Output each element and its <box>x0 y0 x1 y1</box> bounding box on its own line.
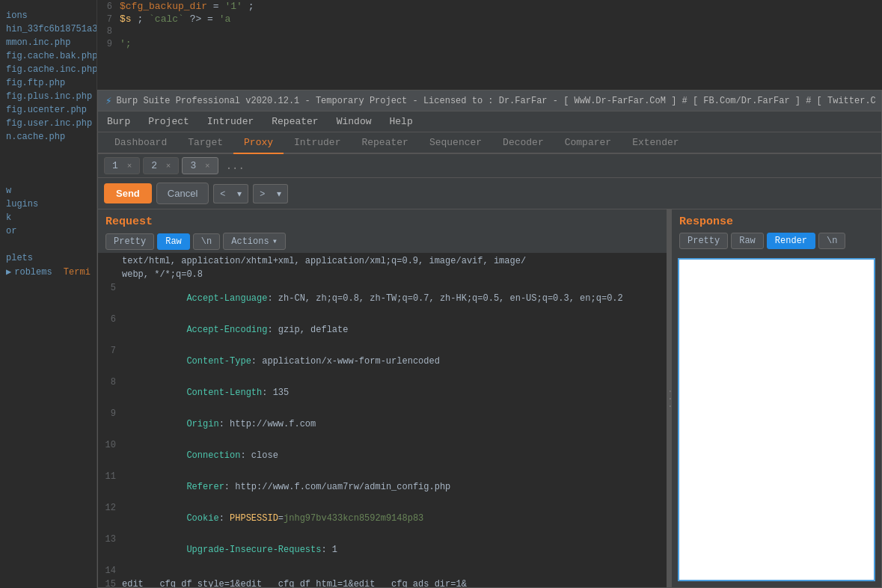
tab-decoder[interactable]: Decoder <box>492 132 554 154</box>
response-render-area <box>678 258 875 581</box>
preamble-content-1: text/html, application/xhtml+xml, applic… <box>122 256 526 269</box>
preamble-content-2: webp, */*;q=0.8 <box>122 269 203 283</box>
req-line-8: 8 Content-Length: 135 <box>98 377 667 408</box>
sub-tab-1-close[interactable]: × <box>127 162 132 171</box>
problems-icon: ▶ <box>6 266 11 278</box>
line-num-req-15: 15 <box>101 579 122 587</box>
sidebar-item-cache-inc[interactable]: fig.cache.inc.php <box>0 63 97 76</box>
menu-burp[interactable]: Burp <box>104 114 133 129</box>
line-num-req-8: 8 <box>101 377 122 408</box>
line-num-req-7: 7 <box>101 346 122 377</box>
line-content-9: Origin: http://www.f.com <box>122 408 316 440</box>
nav-prev-button[interactable]: < <box>213 184 231 203</box>
sub-tab-3[interactable]: 3 × <box>182 157 218 174</box>
req-tab-raw[interactable]: Raw <box>157 233 190 250</box>
tab-intruder[interactable]: Intruder <box>284 132 351 154</box>
sidebar-item-hin[interactable]: hin_33fc6b18751a3be675166f38.php <box>0 22 97 36</box>
line-num-req-11: 11 <box>101 471 122 503</box>
content-area: Request Pretty Raw \n Actions ▾ text/htm… <box>98 209 881 587</box>
sidebar-item-plets[interactable]: plets <box>0 251 97 265</box>
line-content-11: Referer: http://www.f.com/uam7rw/admin_c… <box>122 471 450 503</box>
req-actions-button[interactable]: Actions ▾ <box>223 233 286 250</box>
tab-repeater[interactable]: Repeater <box>351 132 418 154</box>
code-line-8: 8 <box>97 25 882 37</box>
request-header: Request Pretty Raw \n Actions ▾ <box>98 209 667 253</box>
request-tabs: Pretty Raw \n Actions ▾ <box>105 233 659 250</box>
res-tab-render[interactable]: Render <box>767 233 815 249</box>
code-content-9: '; <box>120 38 132 49</box>
line-num-req-6: 6 <box>101 314 122 346</box>
nav-next-dropdown[interactable]: ▾ <box>271 184 288 203</box>
sidebar-item-k[interactable]: k <box>0 211 97 224</box>
req-line-12: 12 Cookie: PHPSESSID=jnhg97bv433kcn8592m… <box>98 503 667 534</box>
tab-sequencer[interactable]: Sequencer <box>419 132 492 154</box>
sidebar-item-or[interactable]: or <box>0 224 97 238</box>
sidebar-item-ftp[interactable]: fig.ftp.php <box>0 76 97 90</box>
nav-prev-dropdown[interactable]: ▾ <box>231 184 248 203</box>
req-preamble-2: webp, */*;q=0.8 <box>98 269 667 283</box>
nav-next-group: > ▾ <box>253 184 288 203</box>
sidebar-item-empty2 <box>0 157 97 171</box>
line-content-10: Connection: close <box>122 440 278 471</box>
menu-help[interactable]: Help <box>386 114 415 129</box>
line-content-15: edit___cfg_df_style=1&edit___cfg_df_html… <box>122 579 467 587</box>
line-num-5: 5 <box>101 283 122 314</box>
code-content-7: $s ; `calc` ?> = 'a <box>120 13 230 25</box>
sidebar-item-cache-bak[interactable]: fig.cache.bak.php <box>0 49 97 63</box>
line-num-req-10: 10 <box>101 440 122 471</box>
line-content-7: Content-Type: application/x-www-form-url… <box>122 346 440 377</box>
res-tab-pretty[interactable]: Pretty <box>679 233 728 249</box>
actions-chevron-icon: ▾ <box>272 236 278 247</box>
request-code-area[interactable]: text/html, application/xhtml+xml, applic… <box>98 253 667 587</box>
menu-repeater[interactable]: Repeater <box>269 114 321 129</box>
req-tab-n[interactable]: \n <box>193 233 220 250</box>
tab-proxy[interactable]: Proxy <box>233 132 284 154</box>
tab-dashboard[interactable]: Dashboard <box>104 132 177 154</box>
request-title: Request <box>105 215 659 228</box>
menu-window[interactable]: Window <box>334 114 375 129</box>
code-editor: 6 $cfg_backup_dir = '1' ; 7 $s ; `calc` … <box>97 0 882 90</box>
sidebar-item-ions[interactable]: ions <box>0 9 97 22</box>
res-tab-raw[interactable]: Raw <box>731 233 764 249</box>
code-line-6: 6 $cfg_backup_dir = '1' ; <box>97 0 882 13</box>
problems-label: roblems <box>14 267 52 278</box>
sidebar-item-user[interactable]: fig.user.inc.php <box>0 117 97 130</box>
menu-project[interactable]: Project <box>145 114 192 129</box>
sidebar-item-cache[interactable]: n.cache.php <box>0 130 97 144</box>
res-tab-n[interactable]: \n <box>818 233 845 249</box>
sidebar-item-ucenter[interactable]: fig.ucenter.php <box>0 103 97 117</box>
sub-tab-2[interactable]: 2 × <box>143 157 179 174</box>
menu-intruder[interactable]: Intruder <box>204 114 257 129</box>
burp-icon: ⚡ <box>105 94 111 107</box>
tab-target[interactable]: Target <box>177 132 233 154</box>
tab-comparer[interactable]: Comparer <box>554 132 622 154</box>
menu-bar: Burp Project Intruder Repeater Window He… <box>98 111 881 132</box>
nav-next-button[interactable]: > <box>253 184 271 203</box>
sidebar-item-plugins[interactable]: lugins <box>0 197 97 211</box>
sub-tab-1[interactable]: 1 × <box>104 157 140 174</box>
line-content-5: Accept-Language: zh-CN, zh;q=0.8, zh-TW;… <box>122 283 623 314</box>
response-tabs: Pretty Raw Render \n <box>679 233 874 249</box>
actions-label: Actions <box>231 236 269 247</box>
sidebar-item-plus[interactable]: fig.plus.inc.php <box>0 90 97 103</box>
sub-tab-3-close[interactable]: × <box>205 162 210 171</box>
req-tab-pretty[interactable]: Pretty <box>105 233 154 250</box>
line-num-6: 6 <box>97 1 120 12</box>
response-title: Response <box>679 215 874 228</box>
code-content-6: $cfg_backup_dir = '1' ; <box>120 1 254 12</box>
sidebar-item-mmon[interactable]: mmon.inc.php <box>0 36 97 49</box>
send-button[interactable]: Send <box>104 183 152 203</box>
sidebar-item-w[interactable]: w <box>0 184 97 197</box>
sidebar-item-problems[interactable]: ▶ roblems Termi <box>0 265 97 279</box>
sidebar-item-empty4 <box>0 238 97 251</box>
cancel-button[interactable]: Cancel <box>156 183 209 204</box>
sub-tabs: 1 × 2 × 3 × ... <box>98 154 881 178</box>
code-line-7: 7 $s ; `calc` ?> = 'a <box>97 13 882 25</box>
line-num-8: 8 <box>97 26 120 37</box>
sub-tab-2-close[interactable]: × <box>166 162 171 171</box>
title-text: Burp Suite Professional v2020.12.1 - Tem… <box>116 96 875 106</box>
tab-extender[interactable]: Extender <box>622 132 689 154</box>
req-line-13: 13 Upgrade-Insecure-Requests: 1 <box>98 534 667 566</box>
line-content-8: Content-Length: 135 <box>122 377 289 408</box>
sub-tab-more[interactable]: ... <box>221 158 249 174</box>
